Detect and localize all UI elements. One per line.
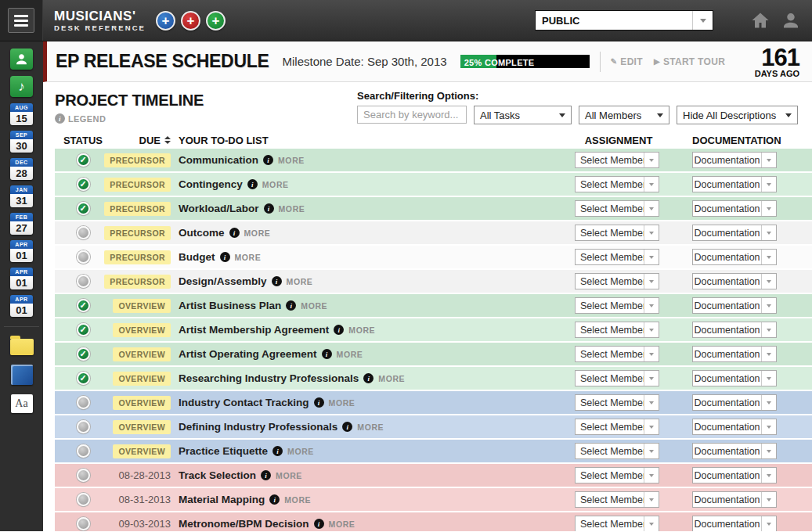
member-select[interactable]: Select Member... (575, 322, 659, 338)
info-icon[interactable]: i (342, 422, 352, 432)
calendar-icon[interactable]: APR01 (10, 240, 33, 262)
more-link[interactable]: MORE (244, 228, 271, 238)
home-icon[interactable] (751, 11, 770, 30)
status-complete-icon[interactable]: ✓ (77, 153, 90, 167)
more-link[interactable]: MORE (348, 325, 375, 335)
member-select[interactable]: Select Member... (575, 249, 659, 265)
more-link[interactable]: MORE (357, 422, 384, 432)
status-complete-icon[interactable]: ✓ (77, 347, 90, 361)
member-select[interactable]: Select Member... (575, 297, 659, 314)
status-incomplete-icon[interactable] (77, 444, 90, 458)
more-link[interactable]: MORE (287, 277, 313, 286)
info-icon[interactable]: i (322, 349, 332, 359)
status-complete-icon[interactable]: ✓ (77, 299, 90, 312)
calendar-icon[interactable]: FEB27 (10, 213, 33, 235)
calendar-icon[interactable]: APR01 (10, 295, 33, 317)
calendar-icon[interactable]: JAN31 (10, 185, 33, 207)
documentation-select[interactable]: Documentation (692, 152, 777, 168)
documentation-select[interactable]: Documentation (692, 200, 777, 217)
status-incomplete-icon[interactable] (77, 517, 90, 530)
member-select[interactable]: Select Member... (575, 491, 659, 508)
legend-link[interactable]: i LEGEND (55, 113, 204, 124)
status-incomplete-icon[interactable] (77, 469, 90, 482)
task-filter-select[interactable]: All Tasks (474, 106, 572, 124)
more-link[interactable]: MORE (378, 374, 405, 383)
documentation-select[interactable]: Documentation (692, 394, 777, 411)
info-icon[interactable]: i (269, 494, 280, 505)
more-link[interactable]: MORE (279, 204, 305, 214)
info-icon[interactable]: i (272, 446, 283, 456)
info-icon[interactable]: i (286, 300, 296, 311)
status-complete-icon[interactable]: ✓ (77, 372, 90, 385)
info-icon[interactable]: i (314, 397, 324, 408)
music-icon[interactable]: ♪ (10, 76, 33, 97)
folder-icon[interactable] (10, 339, 34, 355)
more-link[interactable]: MORE (276, 471, 302, 480)
menu-icon[interactable] (8, 8, 34, 33)
description-toggle-select[interactable]: Hide All Descriptions (677, 106, 798, 124)
documentation-select[interactable]: Documentation (692, 297, 777, 314)
add-green-icon[interactable]: + (206, 11, 226, 31)
start-tour-button[interactable]: ▶ START TOUR (654, 56, 725, 67)
member-select[interactable]: Select Member... (575, 152, 659, 168)
info-icon[interactable]: i (314, 519, 324, 529)
visibility-select[interactable]: PUBLIC (535, 10, 713, 31)
more-link[interactable]: MORE (287, 447, 314, 456)
more-link[interactable]: MORE (278, 156, 305, 165)
status-complete-icon[interactable]: ✓ (77, 178, 90, 191)
document-icon[interactable] (11, 365, 33, 385)
documentation-select[interactable]: Documentation (692, 322, 777, 338)
member-select[interactable]: Select Member... (575, 273, 659, 289)
member-select[interactable]: Select Member... (575, 346, 659, 362)
documentation-select[interactable]: Documentation (692, 346, 777, 362)
status-complete-icon[interactable]: ✓ (77, 202, 90, 215)
member-select[interactable]: Select Member... (575, 467, 659, 483)
info-icon[interactable]: i (363, 373, 374, 383)
documentation-select[interactable]: Documentation (692, 273, 777, 289)
documentation-select[interactable]: Documentation (692, 249, 777, 265)
add-red-icon[interactable]: + (181, 11, 200, 31)
user-icon[interactable] (781, 11, 800, 30)
status-incomplete-icon[interactable] (77, 275, 90, 288)
info-icon[interactable]: i (261, 470, 271, 480)
member-select[interactable]: Select Member... (575, 225, 659, 241)
status-incomplete-icon[interactable] (77, 396, 90, 409)
more-link[interactable]: MORE (262, 180, 289, 189)
more-link[interactable]: MORE (235, 253, 262, 262)
info-icon[interactable]: i (264, 203, 274, 214)
column-due-sortable[interactable]: DUE (111, 135, 179, 146)
profile-icon[interactable] (10, 49, 33, 70)
calendar-icon[interactable]: AUG15 (10, 103, 33, 125)
documentation-select[interactable]: Documentation (692, 491, 777, 508)
documentation-select[interactable]: Documentation (692, 467, 777, 483)
brand-logo[interactable]: MUSICIANS' DESK REFERENCE (54, 9, 146, 32)
more-link[interactable]: MORE (329, 519, 355, 529)
edit-button[interactable]: ✎ EDIT (611, 56, 643, 67)
info-icon[interactable]: i (220, 252, 230, 262)
documentation-select[interactable]: Documentation (692, 516, 777, 531)
calendar-icon[interactable]: SEP30 (10, 131, 33, 153)
calendar-icon[interactable]: APR01 (10, 268, 33, 289)
status-incomplete-icon[interactable] (77, 493, 90, 506)
member-select[interactable]: Select Member... (575, 200, 659, 217)
calendar-icon[interactable]: DEC28 (10, 158, 33, 180)
more-link[interactable]: MORE (284, 495, 311, 505)
member-select[interactable]: Select Member... (575, 370, 659, 386)
more-link[interactable]: MORE (337, 350, 363, 359)
member-filter-select[interactable]: All Members (579, 106, 669, 124)
documentation-select[interactable]: Documentation (692, 443, 777, 459)
member-select[interactable]: Select Member... (575, 516, 659, 531)
status-complete-icon[interactable]: ✓ (77, 323, 90, 336)
documentation-select[interactable]: Documentation (692, 225, 777, 241)
member-select[interactable]: Select Member... (575, 443, 659, 459)
member-select[interactable]: Select Member... (575, 419, 659, 435)
status-incomplete-icon[interactable] (77, 226, 90, 239)
add-blue-icon[interactable]: + (156, 11, 175, 31)
more-link[interactable]: MORE (301, 301, 327, 311)
member-select[interactable]: Select Member... (575, 394, 659, 411)
status-incomplete-icon[interactable] (77, 420, 90, 433)
text-style-icon[interactable]: Aa (11, 394, 33, 413)
member-select[interactable]: Select Member... (575, 176, 659, 192)
info-icon[interactable]: i (263, 155, 273, 165)
status-incomplete-icon[interactable] (77, 250, 90, 264)
